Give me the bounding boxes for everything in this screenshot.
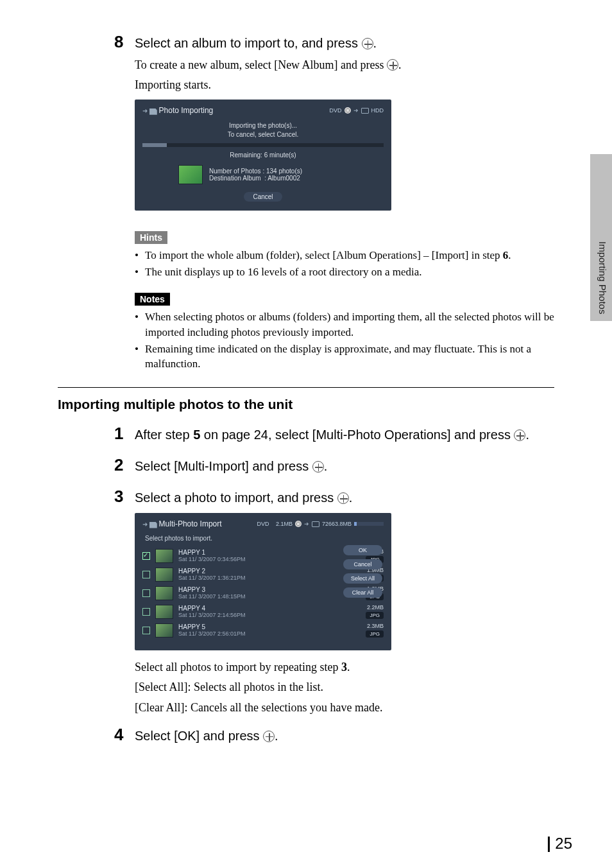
note-item: When selecting photos or albums (folders… xyxy=(135,309,554,340)
item-size-col: 2.2MBJPG xyxy=(357,604,384,619)
step-1-number: 1 xyxy=(114,424,135,444)
step-8-body-2: Importing starts. xyxy=(135,77,554,93)
page-number-bar xyxy=(548,837,550,852)
panel1-title: Photo Importing xyxy=(159,106,214,115)
item-name: HAPPY 5 xyxy=(178,623,352,630)
status-hdd: HDD xyxy=(371,107,384,114)
step-2-b: . xyxy=(324,459,328,473)
note-item: Remaining time indicated on the display … xyxy=(135,342,554,372)
thumbnail-icon xyxy=(155,586,173,600)
step-4-a: Select [OK] and press xyxy=(135,729,263,743)
item-meta: HAPPY 3Sat 11/ 3/2007 1:48:15PM xyxy=(178,586,352,600)
dest-value: : Album0002 xyxy=(264,175,300,182)
panel1-remaining: Remaining: 6 minute(s) xyxy=(142,151,384,160)
page-number: 25 xyxy=(548,835,572,853)
item-size: 2.3MB xyxy=(357,623,384,629)
dest-label: Destination Album xyxy=(209,175,261,182)
select-all-button[interactable]: Select All xyxy=(343,573,382,584)
panel2-status: DVD 2.1MB ➜ 72663.8MB xyxy=(257,521,384,527)
hint-1-b: . xyxy=(508,249,511,261)
checkbox[interactable] xyxy=(142,552,150,560)
step-2: 2 Select [Multi-Import] and press . xyxy=(114,455,554,475)
step-1-b: on page 24, select [Multi-Photo Operatio… xyxy=(200,428,514,442)
panel1-msg: Importing the photo(s)... To cancel, sel… xyxy=(142,121,384,139)
step-4: 4 Select [OK] and press . xyxy=(114,725,554,745)
step-4-b: . xyxy=(275,729,278,743)
item-date: Sat 11/ 3/2007 1:48:15PM xyxy=(178,593,352,600)
panel2-title: Multi-Photo Import xyxy=(159,519,222,528)
item-meta: HAPPY 1Sat 11/ 3/2007 0:34:56PM xyxy=(178,549,352,562)
thumbnail-icon xyxy=(155,605,173,619)
clear-all-button[interactable]: Clear All xyxy=(343,587,382,598)
enter-icon xyxy=(362,38,373,49)
hint-item: The unit displays up to 16 levels of a r… xyxy=(135,265,554,280)
step-1-text: After step 5 on page 24, select [Multi-P… xyxy=(135,426,529,444)
item-format-tag: JPG xyxy=(366,612,384,619)
step-3-number: 3 xyxy=(114,487,135,507)
enter-icon xyxy=(514,430,525,441)
thumbnail-icon xyxy=(155,568,173,582)
panel2-src: DVD xyxy=(257,521,269,527)
status-dvd: DVD xyxy=(329,107,341,114)
step-8-body-1a: To create a new album, select [New Album… xyxy=(135,58,387,71)
item-date: Sat 11/ 3/2007 2:14:56PM xyxy=(178,612,352,618)
item-meta: HAPPY 5Sat 11/ 3/2007 2:56:01PM xyxy=(178,623,352,637)
progress-bar xyxy=(142,143,384,147)
cancel-button[interactable]: Cancel xyxy=(244,192,282,202)
disc-icon xyxy=(344,107,351,114)
item-size-col: 2.3MBJPG xyxy=(357,623,384,638)
hint-item: To import the whole album (folder), sele… xyxy=(135,248,554,263)
item-name: HAPPY 1 xyxy=(178,549,352,556)
notes-chip: Notes xyxy=(135,293,170,306)
step-8-body-1: To create a new album, select [New Album… xyxy=(135,57,554,73)
after-step3-l2: [Select All]: Selects all photos in the … xyxy=(135,679,554,695)
step-8: 8 Select an album to import to, and pres… xyxy=(114,32,554,372)
step-3-b: . xyxy=(349,490,353,505)
cancel-button[interactable]: Cancel xyxy=(343,559,382,569)
enter-icon xyxy=(263,731,275,742)
item-date: Sat 11/ 3/2007 0:34:56PM xyxy=(178,556,352,562)
after-step3-l1: Select all photos to import by repeating… xyxy=(135,659,554,675)
panel1-status: DVD ➜ HDD xyxy=(329,107,384,114)
checkbox[interactable] xyxy=(142,608,150,616)
item-size: 2.2MB xyxy=(357,604,384,611)
step-1: 1 After step 5 on page 24, select [Multi… xyxy=(114,424,554,444)
step-1-a: After step xyxy=(135,428,193,442)
item-name: HAPPY 3 xyxy=(178,586,352,593)
storage-bar xyxy=(354,522,384,526)
panel2-free: 72663.8MB xyxy=(322,521,352,527)
progress-fill xyxy=(142,143,167,147)
panel1-cancel-wrap: Cancel xyxy=(142,192,384,202)
after-step3-l3: [Clear All]: Cancels all the selections … xyxy=(135,700,554,716)
step-8-title: Select an album to import to, and press … xyxy=(135,35,377,52)
step-3-a: Select a photo to import, and press xyxy=(135,490,337,505)
after-step3-l1b: 3 xyxy=(341,661,347,673)
item-meta: HAPPY 4Sat 11/ 3/2007 2:14:56PM xyxy=(178,605,352,618)
list-item[interactable]: HAPPY 5Sat 11/ 3/2007 2:56:01PM2.3MBJPG xyxy=(142,623,384,638)
steps-1-4: 1 After step 5 on page 24, select [Multi… xyxy=(114,424,554,745)
thumbnail-icon xyxy=(178,165,203,184)
step-3-text: Select a photo to import, and press . xyxy=(135,489,352,507)
after-step3-l1c: . xyxy=(347,661,350,673)
step-2-number: 2 xyxy=(114,455,135,475)
notes-list: When selecting photos or albums (folders… xyxy=(135,309,554,372)
checkbox[interactable] xyxy=(142,571,150,578)
thumbnail-icon xyxy=(155,623,173,638)
checkbox[interactable] xyxy=(142,627,150,634)
panel2-title-wrap: ➜ Multi-Photo Import xyxy=(142,519,222,528)
photo-importing-panel: ➜ Photo Importing DVD ➜ HDD Importing th… xyxy=(135,100,391,211)
arrow-icon: ➜ xyxy=(353,107,359,114)
panel2-side-buttons: OK Cancel Select All Clear All xyxy=(343,545,382,598)
panel2-cur-size: 2.1MB xyxy=(276,521,293,527)
arrow-icon: ➜ xyxy=(142,521,148,528)
item-name: HAPPY 4 xyxy=(178,605,352,612)
sd-card-icon xyxy=(149,108,157,115)
hint-1-a: To import the whole album (folder), sele… xyxy=(145,249,503,261)
step-1-c: . xyxy=(525,428,529,442)
panel1-info-text: Number of Photos : 134 photo(s) Destinat… xyxy=(209,168,302,182)
checkbox[interactable] xyxy=(142,589,150,597)
section-separator xyxy=(58,387,554,388)
arrow-icon: ➜ xyxy=(142,107,148,114)
list-item[interactable]: HAPPY 4Sat 11/ 3/2007 2:14:56PM2.2MBJPG xyxy=(142,604,384,619)
ok-button[interactable]: OK xyxy=(343,545,382,555)
